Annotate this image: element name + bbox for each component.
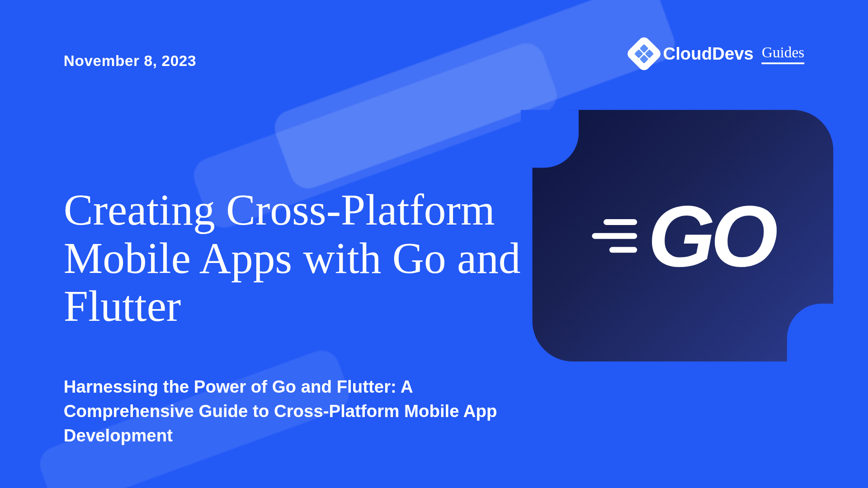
go-speed-lines-icon [592, 219, 637, 252]
brand-subtitle: Guides [762, 44, 804, 64]
go-logo-text: GO [648, 192, 774, 279]
brand-name: CloudDevs [663, 44, 754, 64]
brand-logo-icon [625, 35, 663, 72]
go-logo-badge: GO [533, 110, 834, 361]
slide-container: November 8, 2023 CloudDevs Guides Creati… [0, 0, 868, 488]
brand-block: CloudDevs Guides [631, 41, 804, 67]
page-title: Creating Cross-Platform Mobile Apps with… [64, 186, 538, 331]
page-subtitle: Harnessing the Power of Go and Flutter: … [64, 375, 515, 447]
